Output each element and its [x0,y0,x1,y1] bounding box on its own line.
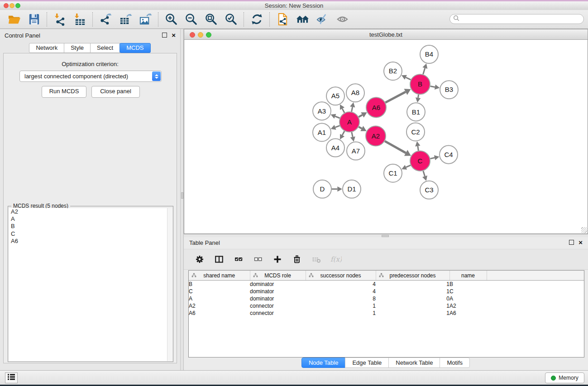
table-row[interactable]: A6connector11A6 [189,310,584,317]
cell[interactable]: dominator [250,281,306,288]
cell[interactable]: A2 [449,302,487,310]
tab-select[interactable]: Select [90,43,120,53]
vertical-split-divider[interactable] [180,29,184,370]
cell[interactable]: 4 [306,288,376,295]
cell[interactable]: 1 [306,302,376,310]
graph-node-A3[interactable]: A3 [313,102,331,120]
graph-edge-C-C1[interactable] [406,165,411,167]
cell[interactable]: A [189,295,250,302]
graph-node-A8[interactable]: A8 [346,84,364,102]
columns-icon[interactable] [213,254,225,264]
graph-node-A6[interactable]: A6 [366,97,386,117]
graph-node-C3[interactable]: C3 [420,181,438,199]
graph-edge-A-A2[interactable] [359,127,362,129]
zoom-window-traffic-light[interactable] [15,3,20,8]
mcds-result-item[interactable]: A6 [9,238,172,245]
cell[interactable]: 8 [306,295,376,302]
column-header-predecessor-nodes[interactable]: predecessor nodes [376,271,449,281]
close-panel-icon[interactable]: × [172,33,176,38]
graph-node-A7[interactable]: A7 [347,142,365,160]
scrollbar[interactable] [167,208,172,361]
save-icon[interactable] [27,12,41,27]
split-grip-icon[interactable] [181,192,183,199]
mcds-result-item[interactable]: C [9,230,172,238]
graph-edge-A-A4[interactable] [342,131,344,135]
cell[interactable]: A6 [189,310,250,317]
hide-selected-icon[interactable] [315,12,330,27]
graph-node-B4[interactable]: B4 [420,45,438,63]
graph-edge-C-C2[interactable] [418,146,419,151]
cell[interactable]: connector [250,302,306,310]
graph-edge-A-A7[interactable] [352,132,353,137]
table-row[interactable]: Cdominator41C [189,288,584,295]
cell[interactable]: A6 [449,310,487,317]
select-all-icon[interactable] [233,254,244,264]
graph-edge-B-B1[interactable] [418,95,419,98]
graph-node-C2[interactable]: C2 [406,123,425,141]
cell[interactable]: 1 [376,281,449,288]
tab-style[interactable]: Style [64,43,91,53]
cell[interactable]: 4 [306,281,376,288]
import-network-icon[interactable] [53,12,67,27]
graph-edge-B-B3[interactable] [430,86,435,87]
graph-edge-A2-C[interactable] [385,141,406,153]
first-neighbors-icon[interactable] [295,12,310,27]
mcds-result-item[interactable]: B [9,223,172,230]
cell[interactable]: 1 [306,310,376,317]
cell[interactable]: 1 [376,302,449,310]
mcds-result-item[interactable]: A [9,215,172,223]
zoom-selected-icon[interactable] [224,12,238,27]
graph-edge-A-A6[interactable] [359,115,362,117]
export-table-icon[interactable] [118,12,133,27]
column-header-MCDS-role[interactable]: MCDS role [250,271,306,281]
table-row[interactable]: Bdominator41B [189,281,584,288]
memory-button[interactable]: Memory [545,372,584,383]
deselect-all-icon[interactable] [252,254,264,264]
tab-node-table[interactable]: Node Table [301,357,346,368]
float-panel-icon[interactable] [569,240,574,245]
graph-node-B1[interactable]: B1 [407,103,425,121]
zoom-fit-icon[interactable] [204,12,218,27]
network-canvas[interactable]: B4B2BB3B1A5A8A6A3AA1A2A4A7C2C4CC1C3DD1 [184,40,588,234]
optimization-criterion-select[interactable]: largest connected component (directed) [19,71,162,82]
horizontal-split-divider[interactable] [184,234,588,237]
cell[interactable]: 1 [376,288,449,295]
graph-node-B2[interactable]: B2 [384,62,402,80]
cell[interactable]: C [189,288,250,295]
graph-node-B3[interactable]: B3 [440,81,458,99]
tab-motifs[interactable]: Motifs [440,357,470,368]
mcds-result-list[interactable]: A2ABCA6 [9,208,172,361]
close-panel-button[interactable]: Close panel [91,86,140,98]
task-history-button[interactable] [5,372,18,383]
network-graph[interactable]: B4B2BB3B1A5A8A6A3AA1A2A4A7C2C4CC1C3DD1 [184,40,588,234]
close-window-traffic-light[interactable] [4,3,9,8]
cell[interactable]: 0 [376,295,449,302]
column-header-name[interactable]: name [449,271,487,281]
close-panel-icon[interactable]: × [578,240,583,245]
resize-grip-icon[interactable] [581,227,587,233]
cell[interactable]: dominator [250,288,306,295]
column-header-shared-name[interactable]: shared name [189,271,250,281]
graph-edge-B-B4[interactable] [423,68,425,74]
graph-node-C4[interactable]: C4 [440,146,458,164]
search-input[interactable] [461,14,583,24]
graph-node-A5[interactable]: A5 [326,87,344,105]
zoom-out-icon[interactable] [184,12,198,27]
graph-node-B[interactable]: B [410,74,430,94]
network-minimize-traffic-light[interactable] [198,32,203,38]
graph-edge-A-A5[interactable] [342,109,344,113]
graph-edge-A-A1[interactable] [335,126,340,128]
show-all-icon[interactable] [335,12,349,27]
network-zoom-traffic-light[interactable] [206,32,211,38]
graph-edge-C-C3[interactable] [423,171,425,176]
graph-edge-C-C4[interactable] [430,158,435,159]
table-row[interactable]: A2connector11A2 [189,302,584,310]
cell[interactable]: A [449,295,487,302]
tab-network-table[interactable]: Network Table [388,357,440,368]
cell[interactable]: C [449,288,487,295]
network-from-selection-icon[interactable] [275,12,290,27]
tab-edge-table[interactable]: Edge Table [345,357,389,368]
graph-node-D1[interactable]: D1 [343,180,361,198]
cell[interactable]: dominator [250,295,306,302]
search-field[interactable] [449,14,584,24]
